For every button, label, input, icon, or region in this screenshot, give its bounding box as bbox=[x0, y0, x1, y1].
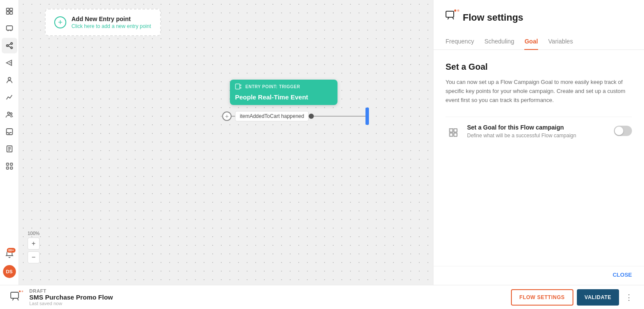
toggle-knob bbox=[615, 127, 623, 135]
bottom-actions: FLOW SETTINGS VALIDATE ⋮ bbox=[511, 289, 635, 306]
bottom-bar: DRAFT SMS Purchase Promo Flow Last saved… bbox=[0, 285, 644, 309]
flow-node-title: People Real-Time Event bbox=[230, 93, 337, 105]
sidebar-icon-reports[interactable] bbox=[2, 141, 17, 157]
condition-end-block bbox=[365, 108, 369, 125]
panel-title-row: Flow settings bbox=[446, 10, 632, 25]
svg-rect-19 bbox=[6, 163, 9, 165]
sidebar-icon-inbox[interactable] bbox=[2, 124, 17, 139]
flow-settings-icon bbox=[446, 10, 458, 25]
goal-description: You can now set up a Flow Campaign Goal … bbox=[446, 78, 632, 105]
condition-connector bbox=[232, 116, 235, 117]
flow-node-icon bbox=[235, 83, 242, 90]
goal-row-icon bbox=[446, 125, 461, 140]
sidebar-icon-flows[interactable] bbox=[2, 38, 17, 53]
more-options-button[interactable]: ⋮ bbox=[622, 291, 635, 304]
tab-scheduling[interactable]: Scheduling bbox=[484, 34, 514, 50]
saved-status: Last saved now bbox=[29, 301, 506, 306]
tab-frequency[interactable]: Frequency bbox=[446, 34, 474, 50]
notification-count: 00+ bbox=[7, 248, 15, 253]
goal-toggle-row: Set a Goal for this Flow campaign Define… bbox=[446, 117, 632, 147]
svg-rect-23 bbox=[235, 84, 240, 89]
panel-title: Flow settings bbox=[463, 12, 523, 23]
svg-rect-26 bbox=[446, 11, 454, 17]
goal-row-title: Set a Goal for this Flow campaign bbox=[467, 124, 608, 131]
svg-rect-1 bbox=[10, 8, 12, 11]
svg-rect-30 bbox=[11, 292, 19, 298]
svg-point-11 bbox=[8, 77, 11, 80]
svg-line-9 bbox=[8, 46, 11, 47]
svg-point-5 bbox=[6, 45, 8, 46]
zoom-controls: 100% + − bbox=[28, 231, 40, 263]
zoom-out-button[interactable]: − bbox=[28, 251, 40, 263]
goal-row-content: Set a Goal for this Flow campaign Define… bbox=[467, 124, 608, 139]
svg-rect-20 bbox=[10, 163, 12, 165]
condition-row: + itemAddedToCart happened bbox=[222, 108, 369, 125]
sidebar-icon-chart[interactable] bbox=[2, 90, 17, 105]
goal-toggle-switch[interactable] bbox=[614, 126, 632, 136]
sidebar-icon-grid[interactable] bbox=[2, 3, 17, 19]
flow-settings-button[interactable]: FLOW SETTINGS bbox=[511, 289, 573, 306]
flow-canvas[interactable]: + Add New Entry point Click here to add … bbox=[19, 0, 433, 285]
flow-node[interactable]: ENTRY POINT: TRIGGER People Real-Time Ev… bbox=[230, 80, 337, 105]
sidebar-icon-apps[interactable] bbox=[2, 158, 17, 174]
user-avatar[interactable]: DS bbox=[3, 265, 16, 278]
left-sidebar: 00+ DS bbox=[0, 0, 19, 285]
entry-plus-icon: + bbox=[54, 16, 66, 28]
svg-rect-21 bbox=[6, 167, 9, 169]
sidebar-icon-message[interactable] bbox=[2, 21, 17, 36]
panel-content: Set a Goal You can now set up a Flow Cam… bbox=[433, 50, 644, 266]
svg-point-25 bbox=[240, 87, 242, 89]
flow-node-wrapper: ENTRY POINT: TRIGGER People Real-Time Ev… bbox=[230, 80, 337, 105]
zoom-in-button[interactable]: + bbox=[28, 238, 40, 250]
sidebar-icon-people[interactable] bbox=[2, 107, 17, 122]
goal-row-subtitle: Define what will be a successful Flow ca… bbox=[467, 133, 608, 139]
bottom-flow-info: DRAFT SMS Purchase Promo Flow Last saved… bbox=[29, 288, 506, 306]
validate-button[interactable]: VALIDATE bbox=[577, 289, 619, 306]
svg-point-24 bbox=[240, 84, 242, 86]
flow-name: SMS Purchase Promo Flow bbox=[29, 294, 506, 301]
svg-rect-3 bbox=[10, 12, 12, 14]
goal-title: Set a Goal bbox=[446, 62, 632, 72]
condition-dot bbox=[309, 114, 314, 119]
condition-line bbox=[314, 116, 365, 117]
panel-header: Flow settings Frequency Scheduling Goal … bbox=[433, 0, 644, 50]
svg-rect-4 bbox=[6, 26, 12, 30]
svg-point-13 bbox=[10, 113, 12, 114]
notification-bell[interactable]: 00+ bbox=[2, 246, 17, 262]
panel-title-dots bbox=[454, 9, 459, 12]
close-button[interactable]: CLOSE bbox=[613, 272, 632, 278]
add-entry-point-card[interactable]: + Add New Entry point Click here to add … bbox=[45, 9, 161, 36]
svg-rect-0 bbox=[6, 8, 9, 11]
flow-node-label: ENTRY POINT: TRIGGER bbox=[245, 84, 300, 89]
svg-point-7 bbox=[11, 47, 12, 49]
right-panel: Flow settings Frequency Scheduling Goal … bbox=[433, 0, 644, 285]
condition-add-btn[interactable]: + bbox=[222, 111, 232, 121]
bottom-flow-dots bbox=[19, 290, 23, 292]
draft-label: DRAFT bbox=[29, 288, 506, 294]
entry-card-subtitle: Click here to add a new entry point bbox=[71, 23, 151, 29]
bottom-flow-icon bbox=[9, 290, 24, 305]
sidebar-icon-campaigns[interactable] bbox=[2, 55, 17, 71]
svg-line-8 bbox=[8, 44, 11, 45]
panel-tabs: Frequency Scheduling Goal Variables bbox=[446, 34, 632, 49]
svg-rect-22 bbox=[10, 167, 12, 169]
sidebar-icon-contacts[interactable] bbox=[2, 72, 17, 88]
svg-point-6 bbox=[11, 43, 12, 44]
svg-rect-2 bbox=[6, 12, 9, 14]
condition-pill[interactable]: itemAddedToCart happened bbox=[235, 111, 309, 121]
tab-goal[interactable]: Goal bbox=[524, 34, 538, 50]
entry-card-title: Add New Entry point bbox=[71, 15, 151, 22]
tab-variables[interactable]: Variables bbox=[548, 34, 573, 50]
zoom-label: 100% bbox=[28, 231, 40, 236]
svg-point-12 bbox=[7, 112, 9, 114]
